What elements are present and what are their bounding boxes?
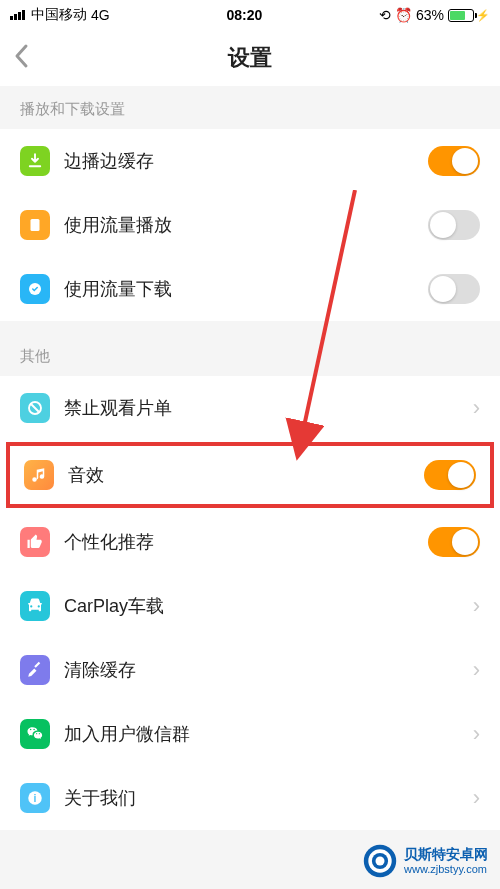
charging-icon: ⚡ [476, 9, 490, 22]
row-label: 加入用户微信群 [64, 722, 465, 746]
alarm-icon: ⏰ [395, 7, 412, 23]
row-carplay[interactable]: CarPlay车载 › [0, 574, 500, 638]
status-right: ⟲ ⏰ 63% ⚡ [379, 7, 490, 23]
chevron-right-icon: › [473, 593, 480, 619]
toggle-cellular-download[interactable] [428, 274, 480, 304]
watermark: 贝斯特安卓网 www.zjbstyy.com [362, 843, 488, 879]
row-label: 清除缓存 [64, 658, 465, 682]
cellular-download-icon [20, 274, 50, 304]
row-wechat-group[interactable]: 加入用户微信群 › [0, 702, 500, 766]
other-list: 禁止观看片单 › 音效 个性化推荐 CarPlay车载 › 清除缓存 › 加 [0, 376, 500, 830]
row-label: CarPlay车载 [64, 594, 465, 618]
block-icon [20, 393, 50, 423]
page-title: 设置 [228, 43, 272, 73]
broom-icon [20, 655, 50, 685]
wechat-icon [20, 719, 50, 749]
chevron-right-icon: › [473, 721, 480, 747]
row-label: 边播边缓存 [64, 149, 428, 173]
thumbs-up-icon [20, 527, 50, 557]
chevron-left-icon [12, 42, 30, 70]
watermark-logo-icon [362, 843, 398, 879]
network-label: 4G [91, 7, 110, 23]
chevron-right-icon: › [473, 395, 480, 421]
carrier-label: 中国移动 [31, 6, 87, 24]
row-label: 禁止观看片单 [64, 396, 465, 420]
svg-point-9 [376, 857, 385, 866]
download-icon [20, 146, 50, 176]
watermark-name: 贝斯特安卓网 [404, 847, 488, 862]
chevron-right-icon: › [473, 785, 480, 811]
row-cellular-play[interactable]: 使用流量播放 [0, 193, 500, 257]
row-block-playlist[interactable]: 禁止观看片单 › [0, 376, 500, 440]
car-icon [20, 591, 50, 621]
row-cellular-download[interactable]: 使用流量下载 [0, 257, 500, 321]
nav-bar: 设置 [0, 30, 500, 86]
row-label: 个性化推荐 [64, 530, 428, 554]
signal-icon [10, 10, 25, 20]
row-label: 使用流量下载 [64, 277, 428, 301]
row-sound-effect[interactable]: 音效 [6, 442, 494, 508]
watermark-url: www.zjbstyy.com [404, 863, 488, 875]
orientation-lock-icon: ⟲ [379, 7, 391, 23]
toggle-sound-effect[interactable] [424, 460, 476, 490]
section-header-playback: 播放和下载设置 [0, 86, 500, 129]
status-bar: 中国移动 4G 08:20 ⟲ ⏰ 63% ⚡ [0, 0, 500, 30]
chevron-right-icon: › [473, 657, 480, 683]
status-time: 08:20 [226, 7, 262, 23]
row-label: 关于我们 [64, 786, 465, 810]
row-label: 使用流量播放 [64, 213, 428, 237]
row-about[interactable]: i 关于我们 › [0, 766, 500, 830]
svg-text:i: i [34, 792, 37, 804]
toggle-cache-while-play[interactable] [428, 146, 480, 176]
playback-list: 边播边缓存 使用流量播放 使用流量下载 [0, 129, 500, 321]
music-note-icon [24, 460, 54, 490]
battery-pct: 63% [416, 7, 444, 23]
row-cache-while-play[interactable]: 边播边缓存 [0, 129, 500, 193]
cellular-play-icon [20, 210, 50, 240]
row-label: 音效 [68, 463, 424, 487]
info-icon: i [20, 783, 50, 813]
row-clear-cache[interactable]: 清除缓存 › [0, 638, 500, 702]
toggle-personalization[interactable] [428, 527, 480, 557]
section-header-other: 其他 [0, 333, 500, 376]
back-button[interactable] [12, 42, 30, 75]
row-personalization[interactable]: 个性化推荐 [0, 510, 500, 574]
battery-icon [448, 9, 474, 22]
status-left: 中国移动 4G [10, 6, 110, 24]
toggle-cellular-play[interactable] [428, 210, 480, 240]
svg-rect-0 [31, 219, 40, 231]
